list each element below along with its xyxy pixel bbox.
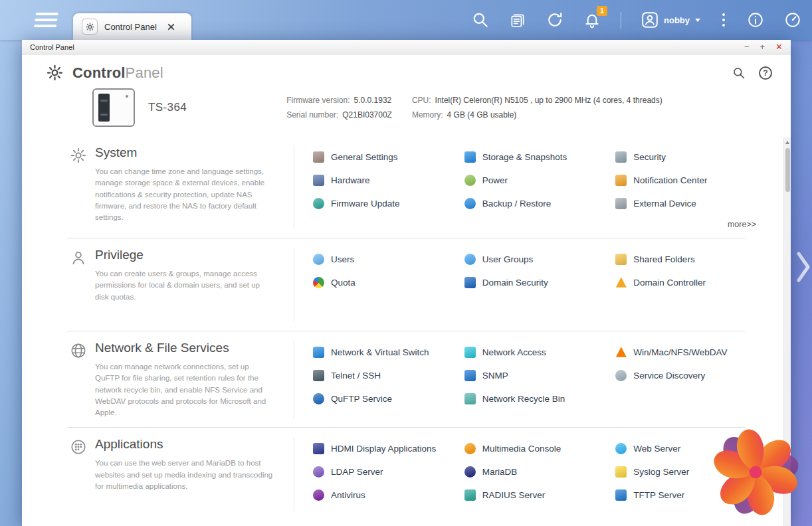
item-radius-server[interactable]: RADIUS Server bbox=[464, 487, 611, 502]
control-panel-window: Control Panel − + ✕ ControlPanel ? TS-36… bbox=[22, 40, 791, 526]
scrollbar-thumb[interactable] bbox=[785, 148, 790, 192]
sync-icon[interactable] bbox=[546, 11, 563, 29]
item-general-settings[interactable]: General Settings bbox=[313, 149, 459, 164]
item-label: Backup / Restore bbox=[482, 199, 552, 209]
storage-snapshots-icon bbox=[464, 151, 476, 163]
notifications-bell-icon[interactable]: 1 bbox=[583, 11, 601, 29]
control-panel-section: System You can change time zone and lang… bbox=[22, 136, 791, 238]
item-users[interactable]: Users bbox=[313, 252, 459, 266]
control-panel-header: ControlPanel ? bbox=[22, 54, 791, 84]
item-backup-restore[interactable]: Backup / Restore bbox=[464, 196, 611, 211]
tab-control-panel[interactable]: Control Panel bbox=[73, 13, 191, 40]
item-security[interactable]: Security bbox=[615, 149, 761, 164]
item-label: MariaDB bbox=[482, 467, 518, 477]
control-panel-app-icon bbox=[82, 19, 98, 35]
network-recycle-bin-icon bbox=[464, 393, 476, 404]
nas-device-image bbox=[92, 88, 135, 127]
background-tasks-icon[interactable] bbox=[509, 11, 526, 29]
item-network-virtual-switch[interactable]: Network & Virtual Switch bbox=[313, 345, 459, 359]
item-win-mac-nfs-webdav[interactable]: Win/Mac/NFS/WebDAV bbox=[615, 345, 761, 359]
section-info: Applications You can use the web server … bbox=[70, 437, 294, 511]
section-info: System You can change time zone and lang… bbox=[70, 145, 294, 229]
user-menu[interactable]: nobby bbox=[641, 11, 700, 29]
item-service-discovery[interactable]: Service Discovery bbox=[615, 368, 761, 383]
minimize-button[interactable]: − bbox=[744, 43, 750, 51]
item-label: Shared Folders bbox=[633, 254, 694, 264]
spec-serial: Serial number:Q21BI03700Z bbox=[286, 110, 392, 120]
taskbar-right-icons: 1 nobby bbox=[472, 0, 801, 40]
avatar bbox=[641, 11, 659, 29]
item-label: Service Discovery bbox=[633, 371, 705, 381]
section-items: General SettingsStorage & SnapshotsSecur… bbox=[313, 145, 761, 229]
search-icon[interactable] bbox=[472, 11, 489, 29]
item-firmware-update[interactable]: Firmware Update bbox=[313, 196, 459, 211]
item-label: User Groups bbox=[482, 254, 534, 264]
item-user-groups[interactable]: User Groups bbox=[464, 252, 611, 266]
user-menu-caret-icon bbox=[695, 19, 700, 22]
item-label: Security bbox=[633, 152, 666, 162]
item-domain-security[interactable]: Domain Security bbox=[464, 275, 611, 290]
quftp-service-icon bbox=[313, 393, 324, 404]
window-titlebar[interactable]: Control Panel − + ✕ bbox=[22, 40, 791, 54]
item-snmp[interactable]: SNMP bbox=[464, 368, 611, 383]
hardware-icon bbox=[313, 175, 324, 186]
item-ldap-server[interactable]: LDAP Server bbox=[313, 464, 459, 479]
panel-search-icon[interactable] bbox=[732, 66, 746, 80]
section-items: Network & Virtual SwitchNetwork AccessWi… bbox=[313, 341, 761, 418]
taskbar-divider bbox=[621, 12, 621, 29]
scrollbar-up-icon[interactable] bbox=[785, 141, 789, 144]
external-device-icon bbox=[615, 198, 627, 209]
main-menu-icon[interactable] bbox=[33, 13, 58, 31]
tab-close-icon[interactable] bbox=[167, 23, 175, 31]
item-power[interactable]: Power bbox=[464, 173, 611, 187]
device-info-bar: TS-364 Firmware version:5.0.0.1932 CPU:I… bbox=[22, 84, 791, 136]
item-hdmi-display-applications[interactable]: HDMI Display Applications bbox=[313, 441, 459, 456]
scrollbar[interactable] bbox=[783, 137, 791, 526]
item-quftp-service[interactable]: QuFTP Service bbox=[313, 391, 459, 406]
item-external-device[interactable]: External Device bbox=[615, 196, 761, 211]
page-title-light: Panel bbox=[126, 64, 163, 81]
item-storage-snapshots[interactable]: Storage & Snapshots bbox=[464, 149, 611, 164]
item-multimedia-console[interactable]: Multimedia Console bbox=[464, 441, 611, 456]
shared-folders-icon bbox=[615, 254, 627, 265]
maximize-button[interactable]: + bbox=[760, 43, 765, 51]
item-domain-controller[interactable]: Domain Controller bbox=[615, 275, 761, 290]
item-notification-center[interactable]: Notification Center bbox=[615, 173, 761, 187]
spec-memory: Memory:4 GB (4 GB usable) bbox=[412, 110, 662, 120]
section-title: Network & File Services bbox=[95, 341, 275, 355]
item-syslog-server[interactable]: Syslog Server bbox=[615, 464, 761, 479]
item-label: SNMP bbox=[482, 371, 508, 381]
more-options-icon[interactable] bbox=[720, 13, 727, 27]
window-controls: − + ✕ bbox=[744, 43, 783, 51]
item-network-access[interactable]: Network Access bbox=[464, 345, 611, 359]
item-web-server[interactable]: Web Server bbox=[615, 441, 761, 456]
power-icon bbox=[464, 175, 476, 186]
item-label: Firmware Update bbox=[331, 199, 400, 209]
section-title: Applications bbox=[95, 437, 275, 452]
more-link[interactable]: more>> bbox=[313, 220, 761, 229]
dashboard-gauge-icon[interactable] bbox=[784, 11, 801, 29]
tftp-server-icon bbox=[615, 489, 627, 501]
item-telnet-ssh[interactable]: Telnet / SSH bbox=[313, 368, 459, 383]
section-info: Privilege You can create users & groups,… bbox=[70, 248, 294, 322]
info-icon[interactable] bbox=[747, 11, 764, 29]
item-quota[interactable]: Quota bbox=[313, 275, 459, 290]
item-label: TFTP Server bbox=[633, 490, 684, 500]
domain-controller-icon bbox=[615, 277, 627, 288]
page-title: ControlPanel bbox=[72, 64, 163, 82]
item-label: General Settings bbox=[331, 152, 398, 162]
item-tftp-server[interactable]: TFTP Server bbox=[615, 487, 761, 502]
item-label: Network Access bbox=[482, 347, 546, 357]
section-description: You can change time zone and language se… bbox=[95, 166, 274, 223]
item-mariadb[interactable]: MariaDB bbox=[464, 464, 611, 479]
user-groups-icon bbox=[464, 254, 476, 265]
item-network-recycle-bin[interactable]: Network Recycle Bin bbox=[464, 391, 611, 406]
close-button[interactable]: ✕ bbox=[775, 43, 783, 51]
taskbar: Control Panel 1 nobby bbox=[0, 0, 812, 40]
item-shared-folders[interactable]: Shared Folders bbox=[615, 252, 761, 266]
item-antivirus[interactable]: Antivirus bbox=[313, 487, 459, 502]
help-icon[interactable]: ? bbox=[759, 66, 772, 80]
item-label: Web Server bbox=[633, 444, 680, 454]
item-hardware[interactable]: Hardware bbox=[313, 173, 459, 187]
dashboard-slideout-chevron-icon[interactable] bbox=[795, 250, 811, 284]
